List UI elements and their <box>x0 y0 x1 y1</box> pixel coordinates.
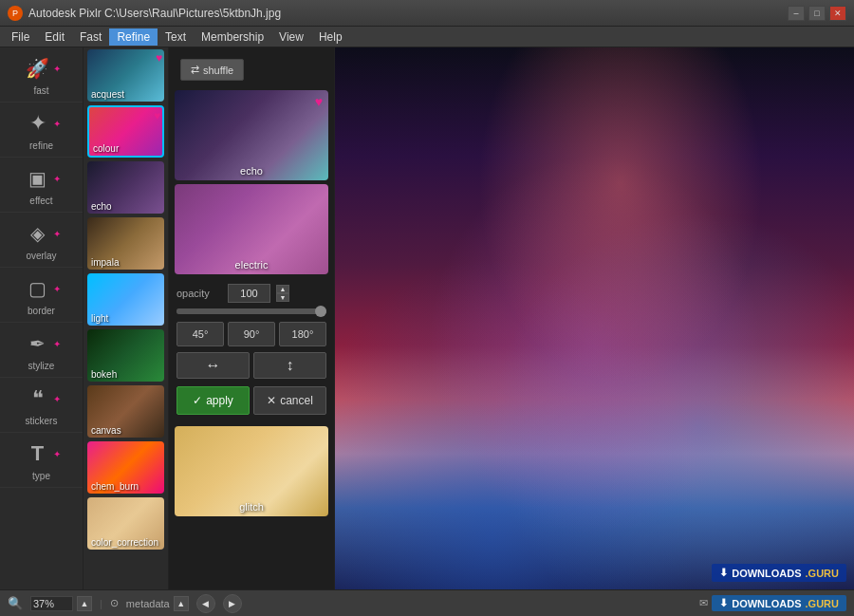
sidebar-label-effect: effect <box>29 196 52 206</box>
opacity-slider-track[interactable] <box>176 308 326 314</box>
search-icon: 🔍 <box>8 596 23 610</box>
zoom-control: ▲ <box>30 596 92 611</box>
sidebar-item-stickers[interactable]: ❝ ✦ stickers <box>0 378 83 433</box>
zoom-input[interactable] <box>30 596 73 611</box>
opacity-down[interactable]: ▼ <box>276 293 289 302</box>
guru-badge-label: .GURU <box>806 598 839 609</box>
zoom-up-button[interactable]: ▲ <box>77 596 92 611</box>
stickers-star: ✦ <box>53 394 61 404</box>
nav-prev-button[interactable]: ◀ <box>196 594 215 613</box>
sidebar-label-stickers: stickers <box>26 416 58 426</box>
bokeh-label: bokeh <box>91 369 117 380</box>
opacity-row: opacity ▲ ▼ <box>176 284 326 303</box>
menu-fast[interactable]: Fast <box>72 28 109 46</box>
flip-horizontal-button[interactable]: ↔ <box>176 352 250 379</box>
metadata-section: metadata ▲ <box>126 596 189 611</box>
downloads-badge-label: DOWNLOADS <box>732 598 801 609</box>
canvas-image[interactable]: ⬇ DOWNLOADS .GURU <box>335 47 854 589</box>
filter-colour[interactable]: ♥ colour <box>87 105 164 158</box>
nav-next-button[interactable]: ▶ <box>223 594 242 613</box>
overlay-electric[interactable]: electric <box>175 184 328 274</box>
effect-star: ✦ <box>53 174 61 184</box>
opacity-slider-fill <box>176 308 326 314</box>
color-correction-label: color_correction <box>91 537 158 548</box>
sidebar-item-effect[interactable]: ▣ ✦ effect <box>0 158 83 213</box>
opacity-input[interactable] <box>228 284 270 303</box>
downloads-badge[interactable]: ⬇ DOWNLOADS .GURU <box>712 595 846 611</box>
filter-impala[interactable]: impala <box>87 217 164 270</box>
type-star: ✦ <box>53 449 61 459</box>
filter-panel: ♥ acquest ♥ colour echo impala light bok… <box>84 47 169 589</box>
fast-star: ✦ <box>53 64 61 74</box>
menu-refine[interactable]: Refine <box>109 28 158 46</box>
titlebar-left: P Autodesk Pixlr C:\Users\Raul\Pictures\… <box>8 6 281 21</box>
angle-180-button[interactable]: 180° <box>279 322 326 346</box>
opacity-up[interactable]: ▲ <box>276 285 289 293</box>
downloads-text: DOWNLOADS <box>732 568 801 579</box>
sidebar-item-border[interactable]: ▢ ✦ border <box>0 268 83 323</box>
light-label: light <box>91 313 108 324</box>
downloads-badge-icon: ⬇ <box>719 597 728 609</box>
image-bg <box>335 47 854 589</box>
colour-heart[interactable]: ♥ <box>154 109 160 122</box>
overlay-echo[interactable]: ♥ echo <box>175 90 328 180</box>
flip-buttons: ↔ ↕ <box>176 352 326 379</box>
sidebar-label-type: type <box>32 471 50 481</box>
menu-edit[interactable]: Edit <box>37 28 72 46</box>
cancel-label: cancel <box>280 394 313 407</box>
flip-vertical-button[interactable]: ↕ <box>253 352 326 379</box>
downloads-icon: ⬇ <box>719 567 728 579</box>
electric-label: electric <box>175 259 328 271</box>
metadata-arrow-button[interactable]: ▲ <box>174 596 189 611</box>
colour-label: colour <box>93 143 119 154</box>
filter-echo[interactable]: echo <box>87 161 164 214</box>
overlay-star: ✦ <box>53 229 61 239</box>
sidebar-label-fast: fast <box>33 85 48 96</box>
apply-check-icon: ✓ <box>193 394 202 407</box>
sidebar-item-overlay[interactable]: ◈ ✦ overlay <box>0 213 83 268</box>
filter-bokeh[interactable]: bokeh <box>87 329 164 382</box>
overlay-icon: ◈ <box>23 218 53 249</box>
sidebar: 🚀 ✦ fast ✦ ✦ refine ▣ ✦ effect ◈ ✦ overl <box>0 47 84 589</box>
menu-text[interactable]: Text <box>158 28 194 46</box>
echo-overlay-label: echo <box>175 165 328 177</box>
metadata-icon: ⊙ <box>110 597 119 609</box>
opacity-slider-thumb[interactable] <box>315 306 326 317</box>
angle-90-button[interactable]: 90° <box>228 322 275 346</box>
acquest-label: acquest <box>91 89 124 100</box>
sidebar-item-stylize[interactable]: ✒ ✦ stylize <box>0 323 83 378</box>
effect-icon: ▣ <box>23 163 53 194</box>
maximize-button[interactable]: □ <box>808 6 826 21</box>
stickers-icon: ❝ <box>23 383 53 414</box>
main-layout: 🚀 ✦ fast ✦ ✦ refine ▣ ✦ effect ◈ ✦ overl <box>0 47 854 589</box>
filter-canvas[interactable]: canvas <box>87 385 164 438</box>
apply-button[interactable]: ✓ apply <box>176 386 250 415</box>
titlebar: P Autodesk Pixlr C:\Users\Raul\Pictures\… <box>0 0 854 27</box>
filter-acquest[interactable]: ♥ acquest <box>87 49 164 102</box>
filter-color-correction[interactable]: color_correction <box>87 497 164 550</box>
metadata-label: metadata <box>126 598 170 609</box>
status-right: ✉ ⬇ DOWNLOADS .GURU <box>699 595 846 611</box>
sidebar-item-refine[interactable]: ✦ ✦ refine <box>0 103 83 158</box>
sidebar-item-fast[interactable]: 🚀 ✦ fast <box>0 47 83 103</box>
echo-label: echo <box>91 201 112 212</box>
minimize-button[interactable]: – <box>788 6 805 21</box>
acquest-heart[interactable]: ♥ <box>156 51 162 65</box>
menu-help[interactable]: Help <box>311 28 350 46</box>
shuffle-button[interactable]: ⇄ shuffle <box>180 59 244 81</box>
angle-45-button[interactable]: 45° <box>176 322 224 346</box>
menu-membership[interactable]: Membership <box>194 28 271 46</box>
filter-light[interactable]: light <box>87 273 164 326</box>
sidebar-item-type[interactable]: T ✦ type <box>0 433 83 488</box>
menu-file[interactable]: File <box>4 28 37 46</box>
opacity-label: opacity <box>176 288 222 299</box>
fast-icon: 🚀 <box>23 53 53 84</box>
menu-view[interactable]: View <box>271 28 311 46</box>
close-button[interactable]: ✕ <box>829 6 846 21</box>
echo-heart-icon[interactable]: ♥ <box>315 94 323 109</box>
filter-chem-burn[interactable]: chem_burn <box>87 441 164 494</box>
overlay-glitch[interactable]: glitch <box>175 426 328 516</box>
cancel-button[interactable]: ✕ cancel <box>253 386 326 415</box>
statusbar: 🔍 ▲ | ⊙ metadata ▲ ◀ ▶ ✉ ⬇ DOWNLOADS .GU… <box>0 589 854 616</box>
email-icon: ✉ <box>699 597 708 609</box>
